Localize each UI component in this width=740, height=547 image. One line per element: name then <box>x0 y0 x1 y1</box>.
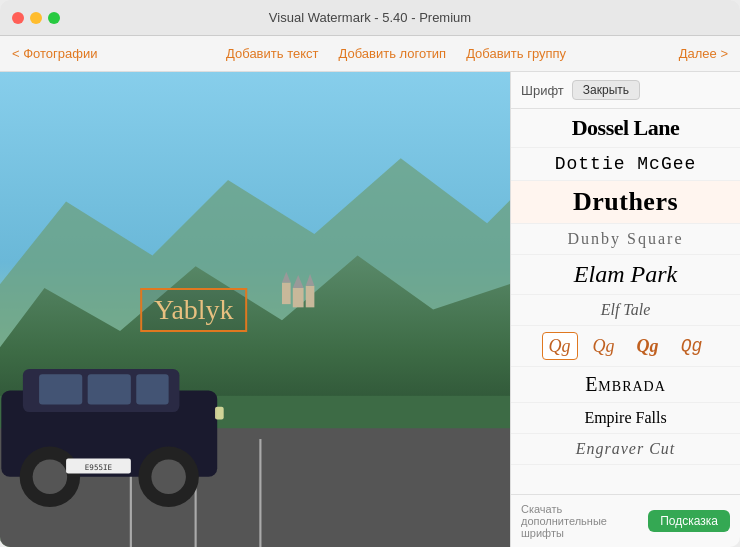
font-item-elf-tale[interactable]: Elf Tale <box>511 295 740 326</box>
font-list: Dossel Lane Dottie McGee Druthers Dunby … <box>511 109 740 494</box>
font-panel-footer: Скачать дополнительные шрифты Подсказка <box>511 494 740 547</box>
swatch-0[interactable]: Qg <box>542 332 578 360</box>
svg-rect-18 <box>136 374 168 404</box>
watermark-overlay[interactable]: Yablyk <box>140 288 248 332</box>
watermark-text: Yablyk <box>154 294 234 325</box>
image-area: E955IE Yablyk <box>0 72 510 547</box>
svg-point-20 <box>33 460 68 495</box>
traffic-lights <box>12 12 60 24</box>
font-panel: Шрифт Закрыть Dossel Lane Dottie McGee D… <box>510 72 740 547</box>
swatch-2[interactable]: Qg <box>630 332 666 360</box>
font-item-embrada[interactable]: Embrada <box>511 367 740 403</box>
toolbar-actions: Добавить текст Добавить логотип Добавить… <box>114 46 679 61</box>
toolbar: Фотографии Добавить текст Добавить логот… <box>0 36 740 72</box>
svg-rect-9 <box>293 288 304 307</box>
add-group-button[interactable]: Добавить группу <box>466 46 566 61</box>
font-panel-header: Шрифт Закрыть <box>511 72 740 109</box>
font-item-elam-park[interactable]: Elam Park <box>511 255 740 295</box>
add-logo-button[interactable]: Добавить логотип <box>338 46 446 61</box>
download-fonts-link[interactable]: Скачать дополнительные шрифты <box>521 503 648 539</box>
font-item-empire-falls[interactable]: Empire Falls <box>511 403 740 434</box>
svg-rect-8 <box>282 283 291 305</box>
add-text-button[interactable]: Добавить текст <box>226 46 318 61</box>
svg-point-22 <box>151 460 186 495</box>
svg-text:E955IE: E955IE <box>85 463 113 472</box>
close-button[interactable] <box>12 12 24 24</box>
font-name-empire-falls: Empire Falls <box>584 409 666 427</box>
swatch-3[interactable]: Qg <box>674 332 710 360</box>
image-scene: E955IE Yablyk <box>0 72 510 547</box>
window-title: Visual Watermark - 5.40 - Premium <box>269 10 471 25</box>
font-item-druthers[interactable]: Druthers <box>511 181 740 224</box>
main-content: E955IE Yablyk Шрифт Закрыть Dossel Lane … <box>0 72 740 547</box>
font-item-dunby-square[interactable]: Dunby Square <box>511 224 740 255</box>
hint-button[interactable]: Подсказка <box>648 510 730 532</box>
font-name-elf-tale: Elf Tale <box>601 301 651 319</box>
svg-rect-16 <box>39 374 82 404</box>
titlebar: Visual Watermark - 5.40 - Premium <box>0 0 740 36</box>
back-button[interactable]: Фотографии <box>12 46 98 61</box>
minimize-button[interactable] <box>30 12 42 24</box>
font-name-engraver-cut: Engraver Cut <box>576 440 676 458</box>
next-button[interactable]: Далее <box>679 46 728 61</box>
font-label: Шрифт <box>521 83 564 98</box>
font-name-druthers: Druthers <box>573 187 678 217</box>
font-name-embrada: Embrada <box>585 373 666 396</box>
font-close-button[interactable]: Закрыть <box>572 80 640 100</box>
font-item-dottie-mcgee[interactable]: Dottie McGee <box>511 148 740 181</box>
font-name-dossel-lane: Dossel Lane <box>572 115 680 141</box>
svg-rect-23 <box>215 407 224 420</box>
font-name-dunby-square: Dunby Square <box>568 230 684 248</box>
font-swatches-row: Qg Qg Qg Qg <box>511 326 740 367</box>
font-item-engraver-cut[interactable]: Engraver Cut <box>511 434 740 465</box>
svg-rect-17 <box>88 374 131 404</box>
background-image: E955IE <box>0 72 510 547</box>
swatch-1[interactable]: Qg <box>586 332 622 360</box>
svg-rect-10 <box>306 286 315 308</box>
maximize-button[interactable] <box>48 12 60 24</box>
font-name-elam-park: Elam Park <box>574 261 677 288</box>
font-name-dottie-mcgee: Dottie McGee <box>555 154 697 174</box>
font-item-dossel-lane[interactable]: Dossel Lane <box>511 109 740 148</box>
